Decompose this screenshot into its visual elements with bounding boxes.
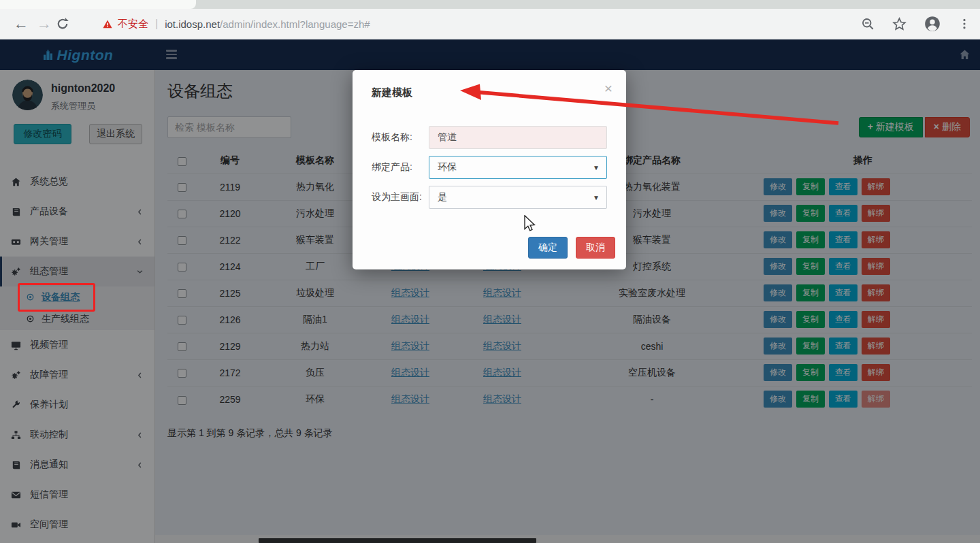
kebab-menu-icon[interactable]: [958, 17, 970, 31]
field-bind-product: 绑定产品: 环保▼: [372, 156, 607, 179]
template-name-input[interactable]: [429, 126, 607, 149]
insecure-label[interactable]: 不安全: [118, 18, 148, 31]
caret-down-icon: ▼: [593, 194, 600, 201]
field-label: 模板名称:: [372, 131, 429, 144]
bind-product-select[interactable]: 环保▼: [429, 156, 607, 179]
back-icon[interactable]: ←: [10, 15, 33, 33]
new-template-modal: 新建模板 × 模板名称: 绑定产品: 环保▼ 设为主画面: 是▼ 确定 取消: [353, 70, 626, 269]
field-main-screen: 设为主画面: 是▼: [372, 186, 607, 209]
tab-strip: [0, 0, 980, 9]
main-screen-select[interactable]: 是▼: [429, 186, 607, 209]
browser-chrome: ← → 不安全 | iot.idosp.net/admin/index.html…: [0, 0, 980, 39]
profile-avatar-icon[interactable]: [924, 16, 941, 32]
browser-toolbar: ← → 不安全 | iot.idosp.net/admin/index.html…: [0, 9, 980, 39]
close-icon[interactable]: ×: [604, 81, 612, 95]
bookmark-star-icon[interactable]: [892, 17, 906, 31]
field-template-name: 模板名称:: [372, 126, 607, 149]
reload-icon[interactable]: [56, 17, 79, 31]
app-window: Hignton hignton2020 系统管理员 修改密码 退出系统: [0, 39, 980, 543]
caret-down-icon: ▼: [593, 164, 600, 171]
address-bar[interactable]: 不安全 | iot.idosp.net/admin/index.html?lan…: [102, 18, 370, 31]
warning-icon: [102, 19, 113, 29]
url-domain: iot.idosp.net: [165, 18, 220, 30]
zoom-out-icon[interactable]: [861, 17, 875, 31]
confirm-button[interactable]: 确定: [528, 237, 568, 259]
field-label: 绑定产品:: [372, 161, 429, 174]
modal-title: 新建模板: [372, 86, 412, 99]
url-path: /admin/index.html?language=zh#: [220, 18, 370, 30]
browser-tab[interactable]: [0, 0, 196, 9]
url-separator: |: [155, 18, 158, 30]
cancel-button[interactable]: 取消: [576, 237, 615, 259]
field-label: 设为主画面:: [372, 191, 429, 203]
forward-icon[interactable]: →: [33, 15, 56, 33]
